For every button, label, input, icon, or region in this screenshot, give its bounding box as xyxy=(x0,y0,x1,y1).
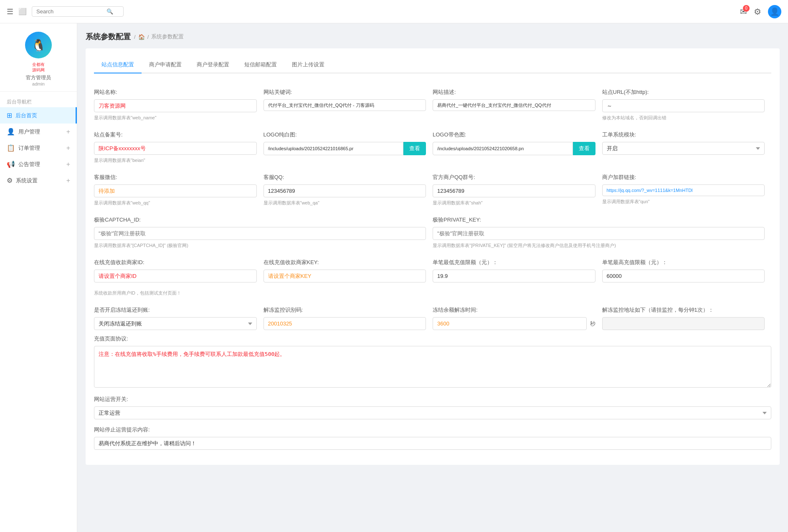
site-name-hint: 显示调用数据库表"web_name" xyxy=(94,115,257,121)
site-desc-input[interactable] xyxy=(433,99,595,111)
captcha-id-input[interactable] xyxy=(94,227,426,240)
site-url-input[interactable] xyxy=(602,99,765,112)
expand-icon[interactable]: ⬜ xyxy=(18,8,27,15)
form-row-4: 极验CAPTCHA_ID: 显示调用数据库表"[CAPTCHA_ID]" (极验… xyxy=(94,211,771,254)
sidebar: 🐧 全都有源码网 官方管理员 admin 后台导航栏 ⊞ 后台首页 👤 用户管理… xyxy=(0,23,77,532)
logo-white-input[interactable] xyxy=(264,142,404,155)
site-url-hint: 修改为本站域名，否则回调出错 xyxy=(602,115,765,121)
site-keywords-input[interactable] xyxy=(264,99,426,111)
online-id-label: 在线充值收款商家ID: xyxy=(94,259,257,266)
min-charge-label: 单笔最低充值限额（元）： xyxy=(433,259,595,266)
logo-icon: 🐧 xyxy=(25,32,52,58)
tab-merchant-login[interactable]: 商户登录配置 xyxy=(189,57,237,73)
sidebar-item-announcements[interactable]: 📢 公告管理 + xyxy=(0,156,77,172)
form-row-1: 网站名称: 显示调用数据库表"web_name" 网站关键词: 网站描述: 站点… xyxy=(94,83,771,126)
announcements-icon: 📢 xyxy=(7,160,15,168)
official-qq-label: 官方商户QQ群号: xyxy=(433,174,595,181)
unfreeze-code-input[interactable] xyxy=(264,317,426,330)
merchant-link-input[interactable] xyxy=(602,184,765,196)
form-captcha-key: 极验PRIVATE_KEY: 显示调用数据库表"[PRIVATE_KEY]" (… xyxy=(433,211,771,254)
service-qq-hint: 显示调用数据库表"web_qa" xyxy=(264,200,426,206)
users-plus-icon[interactable]: + xyxy=(66,128,70,136)
operation-switch-label: 网站运营开关: xyxy=(94,396,771,403)
site-keywords-label: 网站关键词: xyxy=(264,88,426,96)
form-unfreeze-code: 解冻监控识别码: xyxy=(264,301,433,335)
nav-section: 后台导航栏 ⊞ 后台首页 👤 用户管理 + 📋 订单管理 + 📢 公告管理 + xyxy=(0,92,77,190)
site-name-input[interactable] xyxy=(94,99,257,112)
menu-icon[interactable]: ☰ xyxy=(7,7,13,16)
form-operation-switch-section: 网站运营开关: 正常运营 xyxy=(94,396,771,419)
unfreeze-code-label: 解冻监控识别码: xyxy=(264,306,426,314)
logo-color-view-btn[interactable]: 查看 xyxy=(573,142,595,155)
settings-nav-icon: ⚙ xyxy=(7,176,13,184)
sidebar-item-home[interactable]: ⊞ 后台首页 xyxy=(0,107,77,124)
breadcrumb-sep: / xyxy=(134,34,136,40)
logo-color-input[interactable] xyxy=(433,142,573,155)
logo-color-input-group: 查看 xyxy=(433,142,595,155)
topbar-right: ✉ 0 ⚙ 👤 xyxy=(740,5,781,18)
announcements-plus-icon[interactable]: + xyxy=(66,161,70,168)
recharge-protocol-textarea[interactable]: 注意：在线充值将收取%手续费用，免手续费可联系人工加款最低充值500起。 xyxy=(94,346,771,388)
form-work-module: 工单系统模块: 开启 xyxy=(602,126,772,169)
search-icon[interactable]: 🔍 xyxy=(106,8,113,15)
search-box: 🔍 xyxy=(32,6,124,17)
sidebar-item-settings-label: 系统设置 xyxy=(16,177,63,184)
form-freeze-time: 冻结余额解冻时间: 秒 xyxy=(433,301,602,335)
online-key-input[interactable] xyxy=(264,270,426,282)
freeze-select[interactable]: 关闭冻结返还到账 xyxy=(94,317,257,330)
form-row-5: 在线充值收款商家ID: 在线充值收款商家KEY: 单笔最低充值限额（元）： 单笔… xyxy=(94,254,771,287)
sidebar-item-home-label: 后台首页 xyxy=(15,112,69,119)
icp-hint: 显示调用数据库表"beian" xyxy=(94,157,257,164)
site-url-label: 站点URL(不加http): xyxy=(602,88,765,96)
online-id-input[interactable] xyxy=(94,270,257,282)
captcha-key-input[interactable] xyxy=(433,227,765,240)
icp-input[interactable] xyxy=(94,142,257,155)
monitor-url-input[interactable] xyxy=(602,317,765,330)
official-qq-input[interactable] xyxy=(433,184,595,197)
sidebar-item-orders[interactable]: 📋 订单管理 + xyxy=(0,140,77,156)
service-hint: 显示调用数据库表"web_qq" xyxy=(94,200,257,206)
admin-sub: admin xyxy=(32,81,45,86)
main-content: 系统参数配置 / 🏠 / 系统参数配置 站点信息配置 商户申请配置 商户登录配置… xyxy=(77,23,788,532)
service-input[interactable] xyxy=(94,184,257,197)
form-service-wechat: 客服微信: 显示调用数据库表"web_qq" xyxy=(94,169,264,211)
captcha-key-hint: 显示调用数据库表"[PRIVATE_KEY]" (留空用户将无法修改商户信息及使… xyxy=(433,242,765,249)
breadcrumb-sep2: / xyxy=(147,34,149,40)
logo-white-view-btn[interactable]: 查看 xyxy=(403,142,426,155)
notification-badge: 0 xyxy=(743,5,750,12)
form-min-charge: 单笔最低充值限额（元）： xyxy=(433,254,602,287)
topbar: ☰ ⬜ 🔍 ✉ 0 ⚙ 👤 xyxy=(0,0,788,23)
tab-image-upload[interactable]: 图片上传设置 xyxy=(284,57,332,73)
settings-plus-icon[interactable]: + xyxy=(66,177,70,184)
min-charge-input[interactable] xyxy=(433,270,595,282)
tab-merchant-apply[interactable]: 商户申请配置 xyxy=(142,57,189,73)
online-hint: 系统收款所用商户ID，包括测试支付页面！ xyxy=(94,290,771,301)
settings-icon[interactable]: ⚙ xyxy=(754,7,761,17)
max-charge-input[interactable] xyxy=(602,270,765,282)
avatar[interactable]: 👤 xyxy=(768,5,781,18)
tab-site-info[interactable]: 站点信息配置 xyxy=(94,57,142,73)
admin-title: 官方管理员 xyxy=(26,74,51,81)
form-online-id: 在线充值收款商家ID: xyxy=(94,254,264,287)
notification-icon[interactable]: ✉ 0 xyxy=(740,7,747,17)
sidebar-item-users[interactable]: 👤 用户管理 + xyxy=(0,124,77,140)
orders-plus-icon[interactable]: + xyxy=(66,144,70,152)
form-icp: 站点备案号: 显示调用数据库表"beian" xyxy=(94,126,264,169)
service-qq-input[interactable] xyxy=(264,184,426,197)
form-stop-notice-section: 网站停止运营提示内容: xyxy=(94,426,771,450)
freeze-time-input[interactable] xyxy=(433,317,587,330)
captcha-id-label: 极验CAPTCHA_ID: xyxy=(94,216,426,224)
operation-switch-select[interactable]: 正常运营 xyxy=(94,406,771,419)
tab-sms-email[interactable]: 短信邮箱配置 xyxy=(237,57,284,73)
site-desc-label: 网站描述: xyxy=(433,88,595,96)
sidebar-logo: 🐧 全都有源码网 官方管理员 admin xyxy=(0,23,77,92)
sidebar-item-settings[interactable]: ⚙ 系统设置 + xyxy=(0,172,77,189)
captcha-id-hint: 显示调用数据库表"[CAPTCHA_ID]" (极验官网) xyxy=(94,242,426,249)
work-module-select[interactable]: 开启 xyxy=(602,142,765,155)
topbar-left: ☰ ⬜ 🔍 xyxy=(7,6,124,17)
search-input[interactable] xyxy=(36,8,103,15)
home-icon: ⊞ xyxy=(7,111,12,119)
recharge-protocol-label: 充值页面协议: xyxy=(94,335,771,343)
breadcrumb-home-icon: 🏠 xyxy=(138,34,145,40)
stop-notice-input[interactable] xyxy=(94,437,771,450)
